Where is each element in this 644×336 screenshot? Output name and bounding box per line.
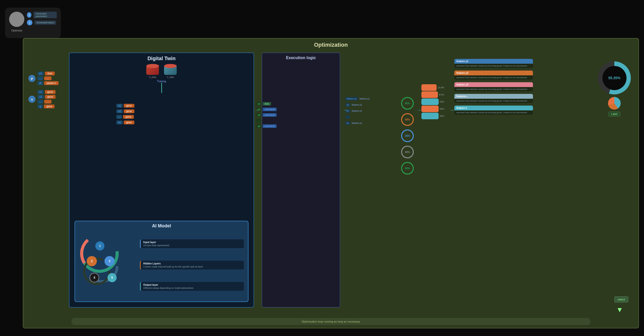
neural-viz: 1 2 3 4 5 [79, 231, 135, 299]
opt-loop-section: Optimization loop running as long as nec… [26, 317, 636, 326]
card-y1-body: assumed Twin behavior caused by incoming… [454, 64, 533, 68]
fyn-label: feature yn [352, 122, 362, 124]
card-feature-n: feature n assumed Twin behavior caused b… [454, 106, 533, 115]
gen-num-1: 1 [27, 12, 31, 18]
param-n-gene: param-n [44, 81, 59, 85]
p-row-1: p1 time [38, 72, 59, 75]
gauge-circle: 55.35% [598, 61, 631, 94]
training-label: Training [157, 80, 166, 83]
x-train-label: X_train [149, 76, 156, 78]
gen-item-1: 1 Generated parameters [27, 12, 57, 18]
y-train-db: Y_train [164, 66, 177, 78]
training-arrow [161, 83, 162, 93]
fy1-fi: feature y1 [345, 97, 358, 100]
pl-tag: pl [38, 81, 43, 85]
stack-pct-1: 15.9% [438, 86, 444, 89]
card-n-header: feature n [454, 106, 533, 110]
stack-pct-4: 35% [440, 108, 444, 110]
stack-layer-4 [421, 106, 439, 112]
ai-xn-row: xn gene [116, 121, 134, 124]
stack-row-2: 6.5% [421, 91, 444, 98]
node-3-text: 3 [109, 259, 111, 263]
gen-item-2: 2 Generated inputs [27, 20, 57, 25]
gauge-section: 55.35% Label [598, 61, 631, 116]
pct-3: 25% [401, 129, 414, 142]
ai-x-dots-gene: gene [123, 115, 134, 119]
optimize-label: Optimize [11, 29, 22, 32]
input-layer-desc: All input data represented [143, 244, 241, 247]
training-section: X_train Y_train Training [69, 66, 254, 93]
y2-row: y2 command [257, 108, 277, 111]
fy2-row: y2 feature y2 [345, 103, 370, 107]
stack-pct-3: 23% [440, 100, 444, 103]
x-row-dots: ... ... [38, 100, 56, 104]
dots-gene: ... [44, 76, 51, 80]
x2-gene: gene [45, 95, 56, 99]
ai-model-box: AI Model 1 [75, 221, 248, 302]
card-y3-header: feature y3 [454, 82, 533, 87]
arrow-to-pct: → [416, 107, 421, 113]
pct-4: 60% [401, 146, 414, 158]
ai-xn-tag: xn [116, 121, 123, 124]
card-y2-body: assumed Twin behavior caused by incoming… [454, 75, 533, 80]
stack-layer-1 [421, 84, 437, 91]
time-gene: time [45, 72, 55, 75]
select-button[interactable]: select [614, 296, 628, 303]
yn-cmd: command [263, 124, 277, 128]
ai-x1-gene: gene [124, 104, 134, 108]
p-input-rows: p1 time ... ... pl param-n [38, 72, 59, 85]
top-left-panel: Optimize 1 Generated parameters 2 Genera… [5, 8, 61, 38]
fy1-row: feature y1 feature y1 [345, 97, 370, 100]
p-group-label: p [28, 75, 35, 82]
stack-row-1: 15.9% [421, 84, 444, 91]
xj-tag: xj [38, 105, 43, 108]
pct-1: 65% [401, 97, 414, 110]
node-4-text: 4 [94, 276, 95, 279]
x-input-rows: x1 gene x2 gene ... ... xj gene [38, 90, 56, 108]
node-2-text: 2 [91, 259, 93, 263]
output-layer-box: Output layer Different setups depending … [140, 282, 244, 291]
x1-tag: x1 [38, 90, 44, 94]
neural-svg: 1 2 3 4 5 [79, 231, 130, 294]
ai-x-inputs: x1 gene x2 gene ... gene xn gene [116, 104, 134, 124]
card-y2-header: feature y2 [454, 71, 533, 75]
stack-section: 15.9% 6.5% 23% 35% 20% [421, 84, 444, 119]
digital-twin-box: Digital Twin X_train Y_train Training AI… [69, 53, 254, 308]
y-dots-row: ... [257, 119, 277, 122]
output-layer-title: Output layer [143, 283, 241, 286]
ai-x2-gene: gene [124, 109, 134, 113]
card-y3-body: assumed Twin behavior caused by incoming… [454, 87, 533, 91]
pct-5: 80% [401, 162, 414, 175]
y-outputs-section: y1 data y2 command y3 command ... yn com… [257, 102, 277, 128]
stack-layer-5 [421, 113, 439, 119]
optimize-circle [9, 12, 24, 27]
yn-tag: yn [257, 124, 262, 128]
input-layer-title: Input layer [143, 241, 241, 244]
gen-label-1: Generated parameters [33, 12, 57, 18]
fyn-fi: yn [345, 121, 350, 125]
y-train-label: Y_train [167, 76, 174, 78]
donut-chart [608, 97, 621, 110]
input-layer-box: Input layer All input data represented [140, 239, 244, 248]
digital-twin-title: Digital Twin [69, 53, 254, 64]
hidden-layer-desc: Custom made internal build-up for the sp… [143, 265, 241, 268]
x-train-cylinder [146, 66, 159, 75]
execution-logic-title: Execution logic [262, 53, 340, 63]
p-dots-tag: ... [38, 76, 43, 80]
node-1-text: 1 [99, 244, 101, 248]
fy-dots: ... [345, 115, 350, 119]
card-y2: feature y2 assumed Twin behavior caused … [454, 71, 533, 80]
yn-row: yn command [257, 124, 277, 128]
x-dots-tag: ... [38, 100, 43, 104]
arrow-to-exec: → [254, 107, 259, 113]
output-layer-desc: Different setups depending on model abst… [143, 287, 241, 289]
arrow-down-indicator: ▼ [616, 306, 623, 314]
arrow-to-features: → [343, 107, 348, 113]
gen-label-2: Generated inputs [34, 21, 56, 25]
gauge-value: 55.35% [602, 66, 627, 90]
y3-tag: y3 [257, 113, 262, 117]
execution-logic-box: Execution logic [262, 53, 340, 308]
ai-x2-row: x2 gene [116, 109, 134, 113]
card-dots-header: features... [454, 94, 533, 99]
stack-pct-5: 20% [440, 115, 444, 117]
